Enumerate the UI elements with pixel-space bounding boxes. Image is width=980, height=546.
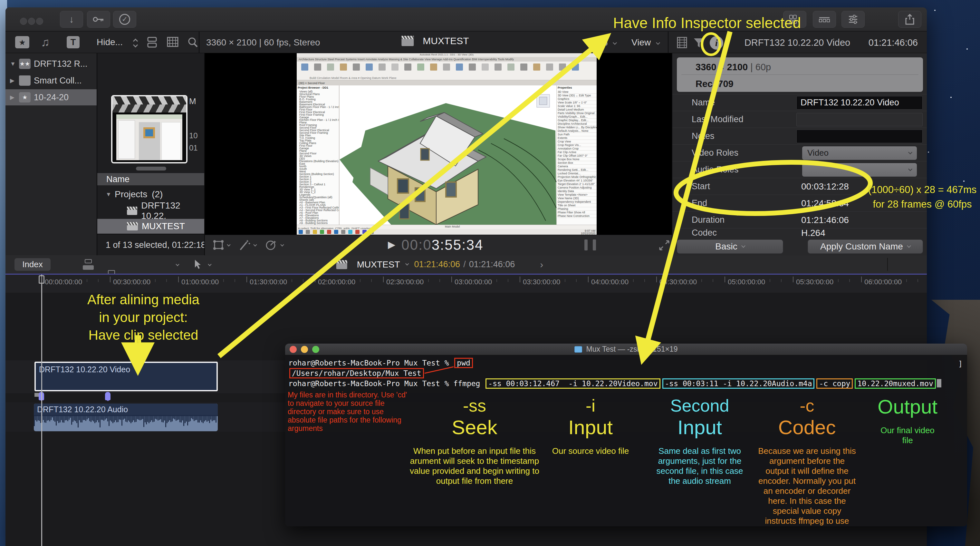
- arrow-tool-icon[interactable]: [192, 259, 203, 270]
- desktop: ↓ ✓: [0, 0, 980, 546]
- chevron-down-icon[interactable]: [133, 43, 138, 48]
- timeline-audio-clip[interactable]: DRFT132 10.22.20 Audio: [34, 404, 218, 431]
- viewer-view-menu[interactable]: View: [632, 37, 659, 48]
- filmstrip-view-icon[interactable]: [167, 36, 180, 49]
- retime-tool-icon[interactable]: [264, 239, 278, 252]
- chevron-down-icon[interactable]: [176, 262, 179, 266]
- star: [934, 10, 935, 11]
- search-icon[interactable]: [186, 36, 199, 49]
- basic-metadata-button[interactable]: Basic: [677, 239, 783, 254]
- enhancements-wand-icon[interactable]: [238, 239, 251, 252]
- arg-heading: Second: [657, 395, 743, 416]
- inspector-value-audio-roles[interactable]: [802, 163, 917, 177]
- audio-meter-right[interactable]: [593, 239, 596, 251]
- expand-viewer-icon[interactable]: [659, 239, 670, 251]
- sidebar-item-smart-coll-[interactable]: ▶Smart Coll...: [5, 72, 97, 89]
- ruler-minor-tick: [121, 279, 122, 282]
- ruler-minor-tick: [326, 279, 327, 282]
- import-media-button[interactable]: ↓: [60, 11, 83, 28]
- share-button[interactable]: [898, 11, 921, 28]
- minimize-window-button[interactable]: [28, 18, 35, 25]
- libraries-sidebar: ▼★★DRFT132 R...▶Smart Coll...▶★10-24-20: [5, 53, 97, 255]
- arg-description-line: Because we are using this: [758, 446, 856, 456]
- ruler-minor-tick: [144, 279, 144, 282]
- crop-tool-icon[interactable]: [213, 239, 226, 251]
- ribbon-tool-icon: [404, 64, 411, 70]
- projects-group-row[interactable]: ▼ Projects (2): [97, 188, 204, 201]
- zoom-window-button[interactable]: [36, 18, 43, 25]
- filter-inspector-tab-icon[interactable]: [693, 37, 705, 48]
- revit-prop-item: Identity Data: [558, 190, 597, 193]
- ruler-minor-tick: [337, 279, 338, 282]
- chevron-down-icon: [656, 41, 660, 45]
- titles-generators-icon[interactable]: T: [67, 36, 80, 48]
- timeline-video-clip[interactable]: DRFT132 10.22.20 Video: [35, 362, 218, 391]
- chevron-down-icon[interactable]: [280, 243, 284, 246]
- browser-name-header[interactable]: Name: [97, 173, 204, 185]
- timeline-ruler[interactable]: 00:00:00:0000:30:00:0001:00:00:0001:30:0…: [5, 275, 927, 293]
- info-inspector-tab-icon[interactable]: i: [710, 36, 723, 49]
- ruler-minor-tick: [508, 279, 508, 282]
- revit-prop-item: Phase Filter Show All: [558, 211, 597, 214]
- terminal-zoom-button[interactable]: [312, 346, 319, 353]
- format-framerate: | 60p: [750, 62, 771, 72]
- ruler-minor-tick: [223, 279, 224, 282]
- playhead-pin[interactable]: [39, 275, 45, 284]
- revit-prop-item: Show Hidden Li... By Discipline: [558, 126, 597, 129]
- sidebar-item-drft132-r-[interactable]: ▼★★DRFT132 R...: [5, 56, 97, 72]
- inspector-value-name[interactable]: DRFT132 10.22.20 Video: [796, 96, 923, 110]
- timeline-marker[interactable]: [105, 392, 110, 400]
- taskbar-app-icon: [306, 230, 310, 234]
- audio-meter-left[interactable]: [584, 239, 588, 251]
- photos-audio-icon[interactable]: ♫: [41, 35, 49, 49]
- chevron-down-icon: [908, 167, 912, 171]
- clip-note-line: in your project:: [87, 308, 199, 326]
- chevron-down-icon[interactable]: [405, 262, 409, 265]
- project-row-drft132 10.22.[interactable]: DRFT132 10.22.: [97, 203, 204, 218]
- timeline-project-title[interactable]: MUXTEST: [357, 259, 400, 270]
- background-tasks-button[interactable]: ✓: [113, 11, 136, 28]
- connect-clip-icon[interactable]: [82, 259, 96, 270]
- chevron-down-icon[interactable]: [253, 243, 257, 246]
- timeline-layout-button[interactable]: [813, 11, 836, 28]
- ruler-minor-tick: [565, 279, 565, 282]
- inspector-value-video-roles[interactable]: Video: [802, 146, 917, 160]
- terminal-titlebar[interactable]: Mux Test — -zsh — 151×19: [285, 343, 967, 355]
- disclosure-triangle-icon[interactable]: ▼: [10, 61, 16, 67]
- index-button[interactable]: Index: [14, 258, 51, 271]
- terminal-close-button[interactable]: [290, 346, 297, 353]
- terminal-minimize-button[interactable]: [301, 346, 308, 353]
- terminal-bracket-glyph: ]: [958, 360, 963, 368]
- revit-3d-view: [340, 85, 556, 225]
- panel-resize-handle[interactable]: [136, 167, 166, 171]
- revit-prop-item: View Template <None>: [558, 193, 597, 196]
- media-inspector-tab-icon[interactable]: [676, 37, 688, 48]
- media-clip-icon[interactable]: ★: [15, 36, 29, 48]
- disclosure-triangle-icon[interactable]: ▶: [10, 77, 16, 84]
- project-row-muxtest[interactable]: MUXTEST: [97, 219, 204, 234]
- terminal-doc-icon: [574, 346, 582, 353]
- ribbon-tool-icon: [559, 64, 566, 70]
- ruler-minor-tick: [838, 279, 838, 282]
- previous-project-icon[interactable]: ‹: [327, 259, 331, 270]
- hide-browser-control[interactable]: Hide...: [97, 37, 123, 47]
- sidebar-item-10-24-20[interactable]: ▶★10-24-20: [5, 89, 97, 105]
- chevron-down-icon[interactable]: [227, 243, 230, 246]
- playhead[interactable]: [41, 275, 42, 546]
- inspector-value-notes[interactable]: [796, 129, 923, 143]
- inspector-toggle-button[interactable]: [842, 11, 865, 28]
- close-window-button[interactable]: [20, 18, 27, 25]
- play-button[interactable]: ▶: [388, 239, 395, 250]
- inspector-value-last-modified[interactable]: [796, 113, 923, 126]
- viewer-zoom-control[interactable]: 27%: [590, 37, 616, 48]
- disclosure-triangle-icon[interactable]: ▶: [10, 94, 16, 101]
- inspector-row-codec: CodecH.264: [672, 228, 927, 237]
- keyword-editor-button[interactable]: [87, 11, 110, 28]
- apply-custom-name-button[interactable]: Apply Custom Name: [808, 239, 923, 254]
- clip-appearance-icon[interactable]: [146, 36, 159, 49]
- disclosure-triangle-icon[interactable]: ▼: [106, 191, 111, 198]
- clip-thumbnail[interactable]: [111, 95, 188, 163]
- revit-prop-item: Scale Value 1: 96: [558, 104, 597, 108]
- next-project-icon[interactable]: ›: [540, 259, 543, 270]
- terminal-line-2: /Users/rohar/Desktop/Mux Test: [288, 368, 425, 378]
